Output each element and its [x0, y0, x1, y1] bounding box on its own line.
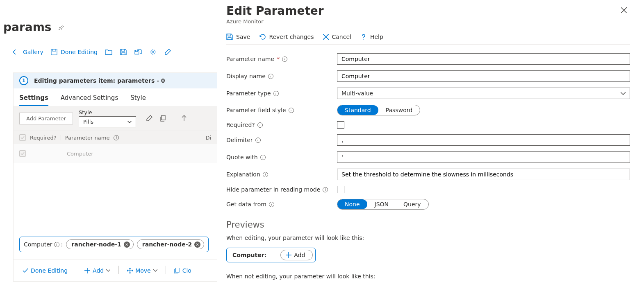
page-header: params [0, 0, 217, 34]
col-display-name: Di [205, 135, 211, 141]
arrow-up-icon[interactable] [182, 115, 187, 122]
gallery-button[interactable]: Gallery [13, 49, 43, 55]
col-param-name: Parameter name [65, 135, 110, 141]
svg-point-2 [152, 51, 154, 53]
get-data-json[interactable]: JSON [367, 199, 396, 209]
info-icon[interactable]: i [255, 138, 261, 143]
required-checkbox[interactable] [337, 121, 344, 129]
display-name-input[interactable] [337, 70, 630, 82]
save-icon[interactable] [120, 48, 127, 56]
info-icon[interactable]: i [114, 135, 119, 140]
info-icon[interactable]: i [54, 242, 59, 247]
panel-subtitle: Azure Monitor [226, 18, 324, 25]
item-tabs: Settings Advanced Settings Style [14, 88, 217, 106]
info-icon[interactable]: i [273, 91, 279, 96]
copy-icon[interactable] [160, 115, 166, 122]
row-param-name: Computer [67, 151, 93, 157]
cancel-button[interactable]: Cancel [323, 34, 351, 40]
chevron-down-icon [127, 121, 132, 123]
info-icon[interactable]: i [323, 187, 328, 192]
label-parameter-name: Parameter name * i [226, 56, 337, 62]
quote-input[interactable] [337, 151, 630, 163]
info-icon[interactable]: i [263, 172, 268, 177]
svg-rect-3 [162, 115, 165, 120]
info-icon[interactable]: i [257, 122, 263, 128]
tab-settings[interactable]: Settings [19, 94, 48, 106]
add-footer-button[interactable]: Add [81, 266, 114, 275]
gear-icon[interactable] [149, 48, 157, 56]
required-indicator: * [277, 56, 280, 62]
separator [166, 266, 166, 274]
move-footer-button[interactable]: Move [124, 266, 161, 275]
previews-heading: Previews [226, 220, 630, 230]
pill-item[interactable]: rancher-node-2 ✕ [137, 239, 204, 249]
tab-style[interactable]: Style [130, 94, 146, 106]
chevron-down-icon [621, 92, 626, 95]
parameter-form: Parameter name * i Display name i Parame… [226, 45, 630, 285]
explanation-input[interactable] [337, 169, 630, 180]
chevron-down-icon [106, 269, 110, 272]
info-icon[interactable]: i [268, 74, 273, 79]
separator [174, 114, 174, 122]
save-icon [226, 34, 233, 40]
info-icon[interactable]: i [282, 56, 287, 62]
get-data-toggle: None JSON Query [337, 199, 429, 210]
step-badge: 1 [19, 76, 28, 85]
row-checkbox[interactable] [19, 150, 26, 157]
get-data-query[interactable]: Query [396, 199, 428, 209]
pill-label: Computer i: [24, 241, 63, 248]
field-style-password[interactable]: Password [378, 105, 420, 115]
main-workbook-area: params Gallery Done Editing 1 Editing pa… [0, 0, 217, 298]
table-row[interactable]: Computer [14, 144, 217, 163]
svg-rect-4 [175, 268, 179, 272]
header-checkbox[interactable] [19, 134, 26, 141]
editing-caption: When editing, your parameter will look l… [226, 235, 630, 241]
pill-container[interactable]: Computer i: rancher-node-1 ✕ rancher-nod… [19, 237, 209, 252]
open-icon[interactable] [105, 48, 112, 56]
info-icon[interactable]: i [289, 108, 294, 113]
label-hide-param: Hide parameter in reading mode i [226, 186, 337, 193]
preview-add-button[interactable]: Add [280, 250, 313, 260]
style-select[interactable]: Pills [79, 116, 136, 127]
style-select-wrap: Style Pills [79, 109, 136, 127]
parameter-type-select[interactable]: Multi-value [337, 88, 630, 99]
label-field-style: Parameter field style i [226, 107, 337, 113]
parameters-item-block: 1 Editing parameters item: parameters - … [13, 72, 217, 282]
clone-footer-button[interactable]: Clo [171, 266, 195, 275]
info-icon[interactable]: i [260, 155, 266, 160]
save-as-icon[interactable] [134, 48, 142, 56]
label-quote: Quote with i [226, 154, 337, 160]
delimiter-input[interactable] [337, 134, 630, 146]
item-title: Editing parameters item: parameters - 0 [34, 77, 165, 84]
get-data-none[interactable]: None [337, 199, 367, 209]
label-required: Required? i [226, 122, 337, 128]
not-editing-caption: When not editing, your parameter will lo… [226, 273, 630, 280]
close-icon[interactable]: ✕ [194, 242, 200, 248]
add-parameter-button[interactable]: Add Parameter [19, 113, 73, 124]
pin-icon[interactable] [58, 24, 64, 31]
help-button[interactable]: Help [360, 34, 383, 40]
done-editing-footer-button[interactable]: Done Editing [19, 266, 71, 275]
save-button[interactable]: Save [226, 34, 250, 40]
undo-icon [259, 34, 266, 40]
preview-editing-box: Computer: Add [226, 248, 316, 262]
hide-parameter-checkbox[interactable] [337, 186, 344, 193]
revert-button[interactable]: Revert changes [259, 34, 314, 40]
edit-icon[interactable] [164, 48, 171, 56]
param-toolbar: Add Parameter Style Pills [14, 106, 217, 131]
parameter-name-input[interactable] [337, 53, 630, 65]
chevron-down-icon [153, 269, 157, 272]
svg-rect-1 [52, 49, 56, 51]
pill-item[interactable]: rancher-node-1 ✕ [66, 239, 133, 249]
plus-icon [286, 252, 291, 258]
page-title: params [3, 20, 51, 34]
info-icon[interactable]: i [269, 202, 274, 207]
label-delimiter: Delimiter i [226, 137, 337, 143]
edit-row-icon[interactable] [146, 115, 152, 122]
close-icon[interactable]: ✕ [124, 242, 130, 248]
field-style-standard[interactable]: Standard [337, 105, 378, 115]
close-icon[interactable] [618, 4, 630, 16]
tab-advanced-settings[interactable]: Advanced Settings [61, 94, 118, 106]
done-editing-button[interactable]: Done Editing [51, 49, 98, 55]
style-label: Style [79, 109, 136, 115]
